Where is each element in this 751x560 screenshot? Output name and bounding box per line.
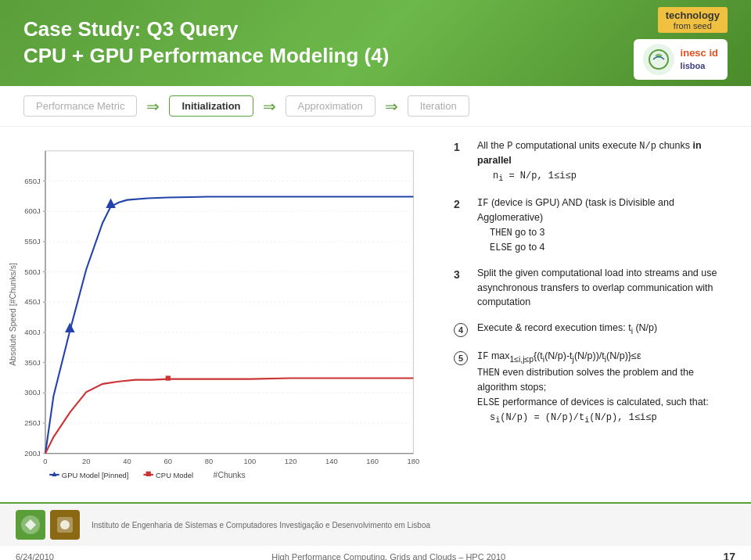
footer-date: 6/24/2010 <box>16 552 54 560</box>
svg-text:160: 160 <box>366 457 379 465</box>
svg-text:20: 20 <box>82 457 90 465</box>
nav-item-iteration[interactable]: Iteration <box>408 95 469 117</box>
svg-text:GPU Model [Pinned]: GPU Model [Pinned] <box>62 471 129 479</box>
footer-page: 17 <box>723 551 735 560</box>
step-1: 1 All the P computational units execute … <box>454 138 735 185</box>
footer-bottom: 6/24/2010 High Performance Computing, Gr… <box>0 546 751 560</box>
svg-rect-47 <box>166 375 171 380</box>
step-5: 5 IF max1≤i,j≤p{(ti(N/p)-tj(N/p))/ti(N/p… <box>454 349 735 426</box>
footer-institution: Instituto de Engenharia de Sistemas e Co… <box>92 521 735 529</box>
header: Case Study: Q3 Query CPU + GPU Performan… <box>0 0 751 86</box>
svg-text:140: 140 <box>325 457 338 465</box>
svg-text:100: 100 <box>243 457 256 465</box>
nav-item-initialization[interactable]: Initialization <box>169 95 253 117</box>
inesc-logo: inesc id lisboa <box>634 39 728 80</box>
svg-text:180: 180 <box>408 457 420 465</box>
svg-text:80: 80 <box>205 457 213 465</box>
main-content: Absolute Speed [#Chunks/s] 200J 250J 300… <box>0 127 751 502</box>
svg-text:350J: 350J <box>24 358 40 367</box>
svg-rect-52 <box>146 472 151 476</box>
svg-text:200J: 200J <box>24 449 40 458</box>
svg-text:250J: 250J <box>24 418 40 427</box>
svg-text:650J: 650J <box>24 177 40 185</box>
svg-text:400J: 400J <box>24 328 40 336</box>
tech-badge: technology from seed <box>658 7 728 33</box>
svg-text:60: 60 <box>164 457 172 465</box>
footer: Instituto de Engenharia de Sistemas e Co… <box>0 502 751 546</box>
svg-text:120: 120 <box>285 457 297 465</box>
svg-text:0: 0 <box>43 457 47 465</box>
svg-point-56 <box>60 520 70 529</box>
footer-conference: High Performance Computing, Grids and Cl… <box>271 552 505 560</box>
svg-text:#Chunks: #Chunks <box>214 471 246 479</box>
nav-item-performance-metric[interactable]: Performance Metric <box>23 95 137 117</box>
svg-text:40: 40 <box>123 457 131 465</box>
svg-text:550J: 550J <box>24 237 40 246</box>
logo-area: technology from seed inesc id lisboa <box>634 7 728 80</box>
nav-arrow-3: ⇒ <box>385 97 398 116</box>
svg-text:500J: 500J <box>24 267 40 276</box>
nav-arrow-2: ⇒ <box>263 97 276 116</box>
svg-text:Absolute Speed [#Chunks/s]: Absolute Speed [#Chunks/s] <box>9 263 17 366</box>
step-2: 2 IF (device is GPU) AND (task is Divisi… <box>454 196 735 255</box>
chart-area: Absolute Speed [#Chunks/s] 200J 250J 300… <box>0 127 438 502</box>
step-4: 4 Execute & record execution times: ti (… <box>454 321 735 338</box>
svg-text:300J: 300J <box>24 389 40 397</box>
text-area: 1 All the P computational units execute … <box>438 127 751 502</box>
svg-text:450J: 450J <box>24 297 40 306</box>
svg-point-0 <box>649 50 668 69</box>
nav-item-approximation[interactable]: Approximation <box>286 95 376 117</box>
header-title: Case Study: Q3 Query CPU + GPU Performan… <box>23 16 634 70</box>
footer-logos <box>16 510 80 540</box>
svg-text:600J: 600J <box>24 206 40 215</box>
svg-text:CPU Model: CPU Model <box>156 471 193 479</box>
step-3: 3 Split the given computational load int… <box>454 266 735 310</box>
inesc-text: inesc id lisboa <box>681 47 718 71</box>
nav-arrow-1: ⇒ <box>146 97 160 116</box>
inesc-icon <box>643 44 674 75</box>
performance-chart: Absolute Speed [#Chunks/s] 200J 250J 300… <box>4 135 430 494</box>
nav-bar: Performance Metric ⇒ Initialization ⇒ Ap… <box>0 86 751 127</box>
